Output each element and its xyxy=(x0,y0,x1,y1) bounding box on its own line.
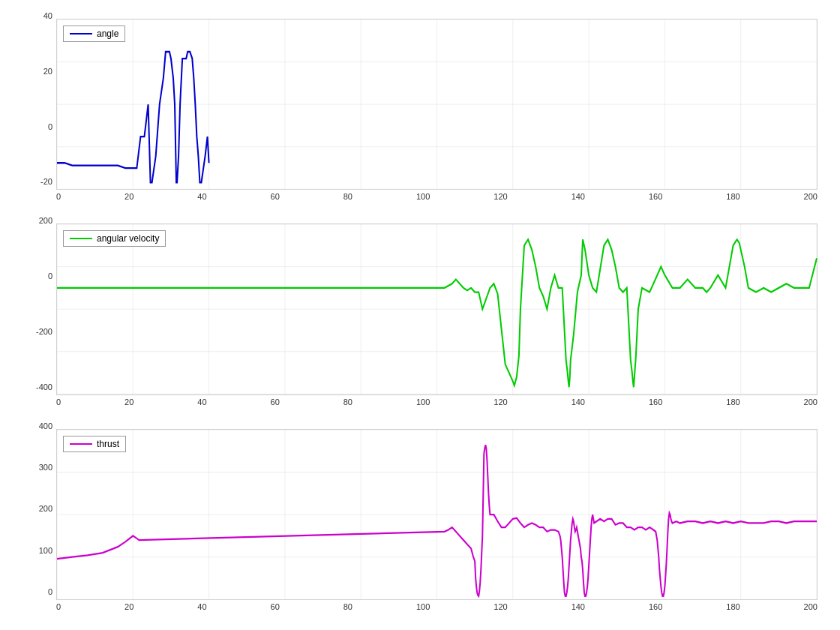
angle-y-axis: 40 20 0 -20 xyxy=(15,8,56,190)
angle-svg xyxy=(57,20,817,189)
thrust-y-axis: 400 300 200 100 0 xyxy=(15,418,56,600)
angular-velocity-chart-wrapper: 200 0 -200 -400 angular velocity xyxy=(15,212,825,417)
angular-velocity-legend-line xyxy=(70,238,92,239)
thrust-svg xyxy=(57,430,817,599)
thrust-x-axis: 0 20 40 60 80 100 120 140 160 180 200 xyxy=(56,600,818,622)
angle-legend-label: angle xyxy=(97,28,118,39)
angular-velocity-svg xyxy=(57,224,817,394)
angle-chart-wrapper: 40 20 0 -20 angle xyxy=(15,8,825,212)
angular-velocity-chart-area: angular velocity xyxy=(56,224,818,394)
thrust-legend: thrust xyxy=(63,436,126,452)
angular-velocity-x-axis: 0 20 40 60 80 100 120 140 160 180 200 xyxy=(56,395,818,418)
thrust-chart-area: thrust xyxy=(56,429,818,600)
angle-legend-line xyxy=(70,33,92,34)
angle-chart-area: angle xyxy=(56,19,818,190)
thrust-legend-line xyxy=(70,443,92,445)
angular-velocity-legend-label: angular velocity xyxy=(97,233,159,244)
angle-x-axis: 0 20 40 60 80 100 120 140 160 180 200 xyxy=(56,190,818,212)
angular-velocity-legend: angular velocity xyxy=(63,230,166,247)
thrust-legend-label: thrust xyxy=(97,439,119,449)
charts-container: 40 20 0 -20 angle xyxy=(0,0,840,630)
angular-velocity-y-axis: 200 0 -200 -400 xyxy=(15,212,56,394)
angle-legend: angle xyxy=(63,26,125,42)
thrust-chart-wrapper: 400 300 200 100 0 thrust xyxy=(15,418,825,622)
